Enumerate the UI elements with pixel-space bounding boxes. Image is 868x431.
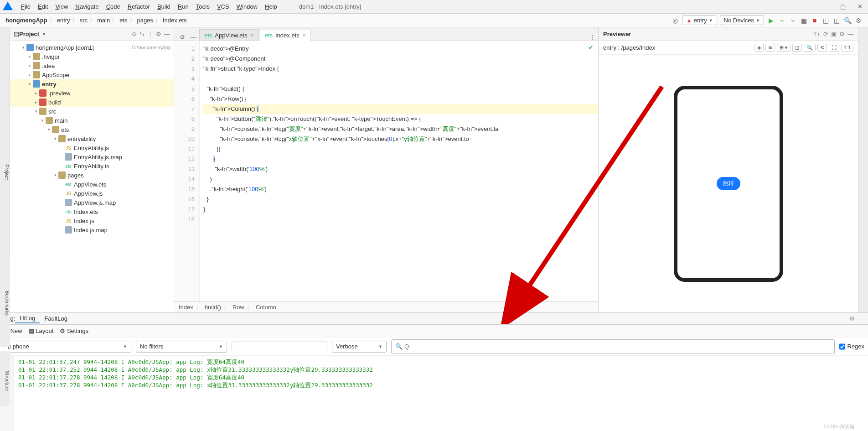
pv-snap-icon[interactable]: ▣	[831, 31, 837, 37]
tab-faultlog[interactable]: FaultLog	[40, 314, 72, 323]
profile-button[interactable]: ▦	[800, 16, 808, 25]
tree-node[interactable]: etsAppView.ets	[10, 180, 174, 189]
tree-node[interactable]: etsEntryAbility.ts	[10, 161, 174, 171]
coverage-button[interactable]: ⌁	[789, 16, 797, 25]
log-gear-icon[interactable]: ⚙	[849, 315, 855, 322]
run-button[interactable]: ▶	[767, 16, 775, 25]
side-tab-structure[interactable]: Structure	[0, 351, 10, 406]
tab-hilog[interactable]: HiLog	[15, 314, 40, 323]
search-icon[interactable]: 🔍	[843, 16, 852, 25]
device-selector[interactable]: No Devices▼	[720, 16, 764, 25]
code-crumb[interactable]: Row	[232, 304, 244, 311]
code-crumb[interactable]: Column	[256, 304, 276, 311]
menu-refactor[interactable]: Refactor	[124, 2, 154, 11]
code-area[interactable]: "k-deco">@Entry"k-deco">@Component"k-fn"…	[200, 41, 598, 301]
code-breadcrumb[interactable]: Index〉build()〉Row〉Column	[174, 301, 598, 312]
tree-node[interactable]: ▾ets	[10, 125, 174, 134]
pv-grid-icon[interactable]: ⊞ ▾	[777, 44, 790, 52]
menu-window[interactable]: Window	[233, 2, 261, 11]
close-tab-icon[interactable]: ✕	[250, 33, 254, 38]
tree-node[interactable]: JSEntryAbility.js	[10, 143, 174, 152]
tree-node[interactable]: ▾pages	[10, 171, 174, 180]
pv-rotate-icon[interactable]: ⟲	[817, 44, 827, 52]
settings-icon[interactable]: ⚙	[854, 16, 863, 25]
pv-inspect-icon[interactable]: ◈	[754, 44, 764, 52]
log-tag-input[interactable]	[232, 342, 327, 351]
log-output[interactable]: 01-01 22:01:37.247 9944-14208 I A0c0d0/J…	[14, 356, 868, 431]
pv-zoom-icon[interactable]: 🔍	[804, 44, 816, 52]
pv-tt-icon[interactable]: Tᴛ	[813, 31, 821, 37]
menu-help[interactable]: Help	[261, 2, 281, 11]
menu-vcs[interactable]: VCS	[213, 2, 233, 11]
tree-node[interactable]: ▾entryability	[10, 134, 174, 143]
stop-button[interactable]: ■	[811, 16, 819, 25]
tree-node[interactable]: ▸.preview	[10, 88, 174, 98]
log-device-dd[interactable]: ▯ phone▼	[4, 341, 131, 353]
pv-refresh-icon[interactable]: ⟳	[823, 31, 828, 37]
log-search-input[interactable]: 🔍	[391, 339, 835, 354]
close-tab-icon[interactable]: ✕	[302, 33, 306, 38]
collapse-icon[interactable]: ⋮	[147, 31, 153, 37]
side-tab-bookmarks[interactable]: Bookmarks	[0, 255, 10, 347]
maximize-button[interactable]: ▢	[837, 3, 848, 10]
editor-tab[interactable]: etsAppView.ets✕	[199, 29, 259, 41]
tree-node[interactable]: ▸.hvigor	[10, 52, 174, 61]
tabs-more-icon[interactable]: ⋮	[587, 34, 598, 41]
crumb-4[interactable]: ets	[119, 17, 127, 24]
crumb-1[interactable]: entry	[57, 17, 70, 24]
tree-node[interactable]: Index.js.map	[10, 225, 174, 234]
menu-build[interactable]: Build	[154, 2, 174, 11]
toolbar-icon-2[interactable]: ◫	[832, 16, 841, 25]
code-crumb[interactable]: Index	[179, 304, 193, 311]
locate-icon[interactable]: ⊙	[132, 31, 137, 37]
code-editor[interactable]: 123456789101112131415161718 "k-deco">@En…	[174, 41, 598, 301]
pv-crop-icon[interactable]: ◻	[792, 44, 802, 52]
debug-button[interactable]: ⌁	[778, 16, 786, 25]
toolbar-icon-1[interactable]: ◫	[822, 16, 830, 25]
tree-node[interactable]: ▾main	[10, 116, 174, 125]
pv-ratio-icon[interactable]: 1:1	[841, 44, 853, 52]
tree-node[interactable]: ▾entry	[10, 79, 174, 88]
code-crumb[interactable]: build()	[205, 304, 221, 311]
menu-run[interactable]: Run	[174, 2, 192, 11]
tree-node[interactable]: AppView.js.map	[10, 198, 174, 207]
hide-icon[interactable]: —	[164, 31, 170, 37]
tree-node[interactable]: etsIndex.ets	[10, 207, 174, 216]
project-panel-title[interactable]: Project	[19, 31, 39, 37]
tree-node[interactable]: ▸.idea	[10, 61, 174, 70]
preview-button-jump[interactable]: 跳转	[717, 177, 740, 190]
menu-tools[interactable]: Tools	[192, 2, 213, 11]
editor-tab[interactable]: etsIndex.ets✕	[260, 30, 311, 41]
crumb-0[interactable]: hongmengApp	[5, 17, 47, 24]
menu-file[interactable]: File	[17, 2, 34, 11]
pv-gear-icon[interactable]: ⚙	[839, 31, 845, 37]
pv-hide-icon[interactable]: —	[847, 31, 853, 37]
log-hide-icon[interactable]: —	[858, 315, 864, 322]
pv-layers-icon[interactable]: ≋	[765, 44, 775, 52]
close-button[interactable]: ✕	[855, 3, 865, 10]
tree-node[interactable]: EntryAbility.js.map	[10, 152, 174, 161]
menu-view[interactable]: View	[52, 2, 72, 11]
tree-node[interactable]: ▾src	[10, 107, 174, 116]
log-filter-dd[interactable]: No filters▼	[136, 341, 227, 353]
expand-icon[interactable]: ⇆	[140, 31, 145, 37]
log-level-dd[interactable]: Verbose▼	[332, 341, 387, 353]
menu-navigate[interactable]: Navigate	[72, 2, 102, 11]
project-tree[interactable]: ▾hongmengApp [dom1]D:\hongmengApp▸.hvigo…	[10, 41, 174, 312]
crumb-5[interactable]: pages	[137, 17, 153, 24]
tree-node[interactable]: ▾hongmengApp [dom1]D:\hongmengApp	[10, 43, 174, 52]
tree-node[interactable]: ▸build	[10, 98, 174, 107]
crumb-6[interactable]: Index.ets	[163, 17, 187, 24]
crumb-2[interactable]: src	[80, 17, 88, 24]
tabs-gear-icon[interactable]: ⚙	[177, 34, 188, 41]
minimize-button[interactable]: —	[820, 3, 831, 10]
crumb-3[interactable]: main	[97, 17, 110, 24]
log-layout[interactable]: ▦ Layout	[29, 327, 54, 334]
tabs-minus-icon[interactable]: —	[188, 34, 199, 41]
gear-icon[interactable]: ⚙	[156, 31, 161, 37]
pv-full-icon[interactable]: ⛶	[829, 44, 839, 52]
tree-node[interactable]: ▸AppScope	[10, 70, 174, 79]
menu-code[interactable]: Code	[103, 2, 124, 11]
tree-node[interactable]: JSIndex.js	[10, 216, 174, 225]
menu-edit[interactable]: Edit	[34, 2, 52, 11]
